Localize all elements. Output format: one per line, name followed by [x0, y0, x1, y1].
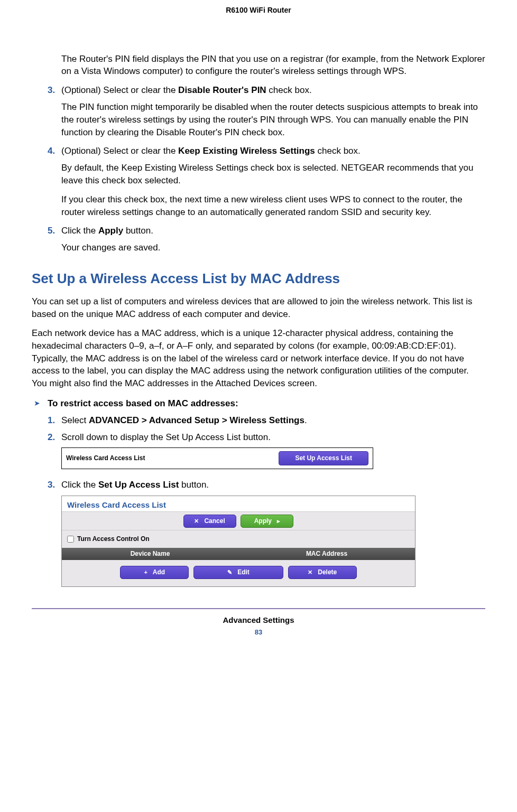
step-number: 1. — [48, 414, 61, 427]
table-header: Device Name MAC Address — [62, 548, 415, 560]
intro-paragraph: The Router's PIN field displays the PIN … — [61, 53, 485, 78]
step-text: (Optional) Select or clear the Disable R… — [61, 84, 485, 97]
step-text: (Optional) Select or clear the Keep Exis… — [61, 145, 485, 157]
doc-title: R6100 WiFi Router — [226, 6, 291, 14]
add-button[interactable]: + Add — [120, 566, 189, 579]
edit-label: Edit — [237, 568, 250, 577]
step-number: 5. — [48, 225, 61, 237]
pencil-icon: ✎ — [227, 568, 232, 576]
page-header: R6100 WiFi Router — [32, 5, 485, 16]
proc-step-1: 1. Select ADVANCED > Advanced Setup > Wi… — [48, 414, 485, 427]
edit-button[interactable]: ✎ Edit — [193, 566, 283, 579]
turn-access-control-checkbox[interactable] — [67, 536, 74, 543]
step-5-detail: Your changes are saved. — [61, 241, 485, 254]
proc-step-2: 2. Scroll down to display the Set Up Acc… — [48, 431, 485, 444]
cancel-button[interactable]: ✕ Cancel — [183, 515, 236, 528]
footer-page-number: 83 — [32, 628, 485, 637]
add-label: Add — [153, 568, 165, 577]
access-control-row: Turn Access Control On — [62, 530, 415, 548]
step-text: Click the Set Up Access List button. — [61, 479, 485, 491]
proc-step-3: 3. Click the Set Up Access List button. — [48, 479, 485, 491]
delete-label: Delete — [318, 568, 337, 577]
checkbox-label: Turn Access Control On — [77, 535, 150, 544]
step-text: Scroll down to display the Set Up Access… — [61, 431, 485, 444]
step-3-detail: The PIN function might temporarily be di… — [61, 101, 485, 138]
step-5: 5. Click the Apply button. — [48, 225, 485, 237]
step-number: 4. — [48, 145, 61, 157]
screenshot-2: Wireless Card Access List ✕ Cancel Apply… — [61, 496, 485, 587]
step-4: 4. (Optional) Select or clear the Keep E… — [48, 145, 485, 157]
section-p2: Each network device has a MAC address, w… — [32, 327, 485, 390]
step-3: 3. (Optional) Select or clear the Disabl… — [48, 84, 485, 97]
cancel-label: Cancel — [204, 517, 225, 526]
ss2-title: Wireless Card Access List — [62, 496, 415, 512]
set-up-access-list-button[interactable]: Set Up Access List — [279, 451, 368, 465]
arrow-icon: ➤ — [34, 397, 48, 410]
col-device-name: Device Name — [62, 549, 238, 558]
step-text: Click the Apply button. — [61, 225, 485, 237]
step-number: 3. — [48, 84, 61, 97]
plus-icon: + — [144, 568, 147, 576]
arrow-right-icon: ▸ — [277, 517, 280, 525]
step-text: Select ADVANCED > Advanced Setup > Wirel… — [61, 414, 485, 427]
delete-button[interactable]: ✕ Delete — [288, 566, 357, 579]
col-mac-address: MAC Address — [238, 549, 415, 558]
page-footer: Advanced Settings 83 — [32, 608, 485, 637]
step-4-detail-1: By default, the Keep Existing Wireless S… — [61, 162, 485, 187]
apply-button[interactable]: Apply ▸ — [241, 515, 293, 528]
procedure-heading: ➤ To restrict access based on MAC addres… — [48, 397, 485, 410]
ss1-label: Wireless Card Access List — [66, 454, 279, 463]
step-4-detail-2: If you clear this check box, the next ti… — [61, 193, 485, 219]
section-title: Set Up a Wireless Access List by MAC Add… — [32, 269, 485, 288]
step-number: 2. — [48, 431, 61, 444]
close-icon: ✕ — [308, 568, 312, 576]
footer-section: Advanced Settings — [32, 614, 485, 626]
procedure-title: To restrict access based on MAC addresse… — [48, 397, 238, 410]
apply-label: Apply — [254, 517, 272, 526]
section-p1: You can set up a list of computers and w… — [32, 295, 485, 321]
screenshot-1: Wireless Card Access List Set Up Access … — [61, 447, 485, 469]
step-number: 3. — [48, 479, 61, 491]
close-icon: ✕ — [194, 517, 199, 525]
